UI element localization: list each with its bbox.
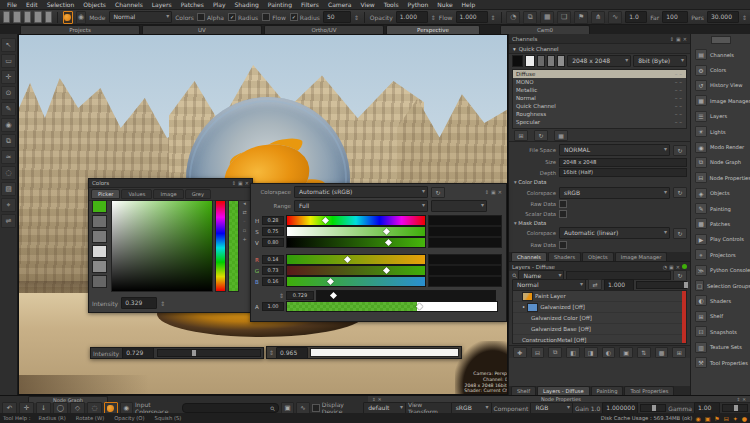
channel-row-normal[interactable]: Normal– –	[513, 94, 686, 102]
collapse-arrow-icon[interactable]: ▾	[513, 46, 516, 52]
close-icon[interactable]: ✕	[378, 397, 382, 402]
float-icon[interactable]: ⇕	[232, 180, 236, 186]
white-swatch[interactable]	[525, 55, 536, 67]
viewport-tab-perspective[interactable]: Perspective	[386, 25, 480, 34]
dock-tab-shaders[interactable]: Shaders	[548, 252, 581, 261]
far-field[interactable]: 100	[662, 11, 688, 23]
input-colorspace-search[interactable]: ⚲	[182, 403, 279, 413]
slider-value-r[interactable]: 0.14	[262, 255, 284, 264]
menu-item-view[interactable]: View	[357, 1, 379, 8]
colors-panel-header[interactable]: Colors ⇕ ▣ ✕	[89, 179, 252, 188]
layer-amount-field[interactable]: 1.000	[604, 279, 634, 291]
sidebar-item-selection-groups[interactable]: ▢Selection Groups	[691, 278, 750, 293]
dock-tab-channels[interactable]: Channels	[511, 252, 547, 261]
sidebar-item-projectors[interactable]: ⌖Projectors	[691, 247, 750, 262]
dot-status-icon[interactable]: ●	[742, 415, 747, 422]
range-dropdown[interactable]: Full	[294, 200, 428, 212]
layers-icon[interactable]: ❏	[557, 11, 571, 24]
layer-row-constructionmetal-off-[interactable]: ConstructionMetal [Off]	[513, 335, 686, 344]
swap-icon[interactable]: ⇄	[588, 279, 602, 290]
toggle-flow[interactable]: Flow	[262, 13, 286, 21]
swatch[interactable]	[92, 215, 107, 228]
gain-slider[interactable]	[640, 404, 666, 412]
sidebar-item-layers[interactable]: ☰Layers	[691, 109, 750, 124]
group-layer-icon[interactable]: ▣	[619, 347, 633, 358]
slider-handle[interactable]	[652, 405, 656, 411]
flow-spinner-icon[interactable]: ⇕	[491, 14, 496, 21]
channel-grid-icon[interactable]: ▦	[554, 130, 568, 141]
smear-tool-icon[interactable]: ≈	[1, 150, 16, 164]
sidebar-item-node-graph[interactable]: ⧉Node Graph	[691, 155, 750, 170]
reset-icon[interactable]: ◦	[243, 218, 246, 224]
layer-scrollbar[interactable]	[682, 291, 686, 343]
layer-list[interactable]: Paint Layer•Galvanized [Off]Galvanized C…	[512, 290, 687, 344]
display-checkbox[interactable]	[312, 404, 320, 412]
menu-item-channels[interactable]: Channels	[111, 1, 147, 8]
paint-color-button[interactable]	[63, 11, 73, 24]
warp-tool-icon[interactable]: ⇌	[1, 214, 16, 228]
swatch[interactable]	[92, 260, 107, 273]
blur-tool-icon[interactable]: ◌	[1, 166, 16, 180]
falloff-field[interactable]: 1.0	[625, 11, 647, 23]
colors-tab-image[interactable]: Image	[153, 189, 183, 199]
white-gradient-bar[interactable]	[310, 348, 459, 357]
shuffle-layer-icon[interactable]: ⇅	[637, 347, 651, 358]
slider-track-b[interactable]	[286, 276, 426, 287]
close-icon[interactable]: ✕	[245, 180, 249, 186]
slider-track-h[interactable]	[286, 215, 426, 226]
flow-field[interactable]: 1.000	[456, 11, 488, 23]
menu-item-objects[interactable]: Objects	[79, 1, 110, 8]
toggle-radius[interactable]: ✓Radius	[290, 13, 320, 21]
swatch[interactable]	[92, 275, 107, 288]
sidebar-item-lights[interactable]: ☀Lights	[691, 124, 750, 139]
dock-bottom-tab-layers-diffuse[interactable]: Layers - Diffuse	[537, 386, 590, 395]
radius-spinner-icon[interactable]: ⇕	[354, 14, 359, 21]
add-layer-icon[interactable]: ✚	[513, 347, 527, 358]
slider-handle[interactable]	[192, 350, 196, 356]
values-intensity-slider[interactable]	[316, 290, 496, 301]
menu-item-painting[interactable]: Painting	[264, 1, 296, 8]
values-intensity-field[interactable]: 0.729	[286, 291, 314, 300]
dock-tab-image-manager[interactable]: Image Manager	[615, 252, 668, 261]
blend-mode-dropdown[interactable]: Normal	[512, 279, 586, 291]
channel-row-quick-channel[interactable]: Quick Channel– –	[513, 102, 686, 110]
cache-layer-icon[interactable]: ▩	[655, 347, 669, 358]
cache-status-icon[interactable]: ▣	[705, 415, 711, 422]
channel-list[interactable]: Diffuse– –MONO– –Metallic– –Normal– –Qui…	[512, 69, 687, 129]
slider-handle[interactable]	[327, 278, 334, 285]
dock-icon[interactable]: ▣	[491, 189, 496, 195]
color-data-section-header[interactable]: Color Data	[514, 179, 687, 185]
channels-panel-header[interactable]: Channels ⇕ ▣ ✕	[509, 34, 690, 44]
slider-value-b[interactable]: 0.16	[262, 277, 284, 286]
timer-icon[interactable]: ◔	[506, 11, 520, 24]
export-icon[interactable]	[45, 11, 52, 23]
dock-bottom-tab-tool-properties[interactable]: Tool Properties	[624, 386, 674, 395]
paint-tool-icon[interactable]: ✎	[1, 102, 16, 116]
eraser-tool-icon[interactable]: ◉	[1, 118, 16, 132]
slider-handle[interactable]	[330, 292, 337, 299]
flag-status-icon[interactable]: ⚑	[714, 415, 719, 422]
colorspace-dropdown[interactable]: Automatic (sRGB)	[294, 186, 428, 198]
import-icon[interactable]	[34, 11, 41, 23]
slider-value-s[interactable]: 0.75	[262, 227, 284, 236]
sidebar-item-painting[interactable]: ✎Painting	[691, 201, 750, 216]
sidebar-item-play-controls[interactable]: ▶Play Controls	[691, 232, 750, 247]
reset-icon[interactable]: ↻	[673, 187, 687, 198]
paint-status-icon[interactable]: ◉	[695, 415, 700, 422]
select-tool-icon[interactable]: ↖	[1, 38, 16, 52]
layer-amount-slider[interactable]	[636, 281, 687, 289]
channel-depth-dropdown[interactable]: 8bit (Byte)	[633, 55, 687, 67]
layer-row-galvanized-off-[interactable]: •Galvanized [Off]	[513, 302, 686, 313]
color-colorspace-dropdown[interactable]: sRGB	[559, 187, 670, 199]
menu-item-play[interactable]: Play	[209, 1, 230, 8]
menu-item-shading[interactable]: Shading	[230, 1, 262, 8]
grey-swatch[interactable]	[547, 55, 555, 67]
sidebar-item-texture-sets[interactable]: ▥Texture Sets	[691, 339, 750, 354]
opacity-spinner-icon[interactable]: ⇕	[431, 14, 436, 21]
sidebar-item-tool-properties[interactable]: ⚒Tool Properties	[691, 355, 750, 370]
alpha-slider[interactable]	[228, 200, 239, 292]
float-icon[interactable]: ⇕	[485, 189, 489, 195]
eyedropper-icon[interactable]: ◂	[243, 200, 246, 206]
menu-item-nuke[interactable]: Nuke	[433, 1, 456, 8]
intensity-field[interactable]: 0.729	[122, 347, 154, 359]
